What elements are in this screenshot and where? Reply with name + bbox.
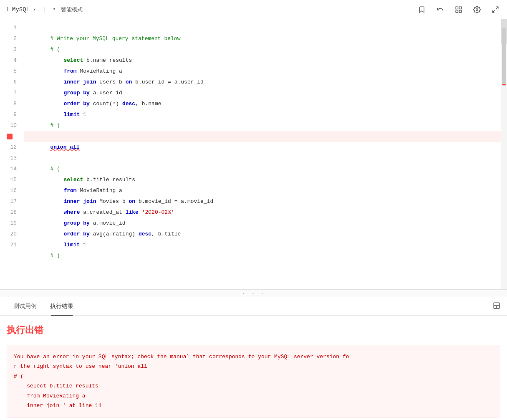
line-num-20: 20 [0, 229, 17, 240]
code-line-13: # ( [24, 153, 501, 164]
line-num-13: 13 [0, 153, 17, 164]
tab-results[interactable]: 执行结果 [43, 297, 80, 316]
tabs-bar: 测试用例 执行结果 [0, 297, 507, 316]
top-bar-left: ℹ MySQL ▾ | • 智能模式 [7, 6, 83, 13]
svg-rect-0 [456, 7, 458, 9]
line-num-6: 6 [0, 77, 17, 88]
svg-rect-3 [459, 10, 462, 12]
top-bar-right [417, 5, 500, 15]
error-title: 执行出错 [0, 316, 507, 341]
line-num-19: 19 [0, 218, 17, 229]
line-num-8: 8 [0, 99, 17, 109]
code-line-12 [24, 142, 501, 153]
code-line-18: group by a.movie_id [24, 207, 501, 218]
code-line-10 [24, 120, 501, 131]
svg-point-4 [476, 8, 478, 10]
code-line-15: from MovieRating a [24, 175, 501, 185]
code-line-1: # Write your MySQL query statement below [24, 23, 501, 33]
code-line-6: group by a.user_id [24, 77, 501, 88]
line-num-17: 17 [0, 196, 17, 207]
error-box: You have an error in your SQL syntax; ch… [7, 345, 500, 417]
resize-handle[interactable]: · · · [0, 290, 507, 297]
error-line-6: inner join ' at line 11 [14, 401, 493, 410]
settings-icon[interactable] [472, 5, 482, 15]
line-num-2: 2 [0, 33, 17, 44]
svg-line-6 [492, 10, 494, 12]
code-line-9: # ) [24, 109, 501, 120]
error-line-3: # ( [14, 372, 493, 381]
line-num-10: 10 [0, 120, 17, 131]
code-line-8: limit 1 [24, 99, 501, 109]
mode-label: 智能模式 [61, 6, 83, 13]
editor-content: 1 2 3 4 5 6 7 8 9 10 12 13 14 15 16 17 1… [0, 19, 507, 289]
top-bar: ℹ MySQL ▾ | • 智能模式 [0, 0, 507, 19]
line-num-3: 3 [0, 44, 17, 55]
status-bar: 行 5，列 48 [0, 289, 507, 290]
bottom-panel: 测试用例 执行结果 执行出错 You have an error in your… [0, 297, 507, 420]
error-line-4: select b.title results [14, 381, 493, 391]
svg-rect-2 [456, 10, 458, 12]
dropdown-icon[interactable]: ▾ [33, 7, 36, 12]
db-label[interactable]: MySQL [12, 6, 30, 13]
line-num-14: 14 [0, 164, 17, 175]
line-num-7: 7 [0, 88, 17, 99]
code-line-5: inner join Users b on b.user_id = a.user… [24, 66, 501, 77]
line-num-15: 15 [0, 175, 17, 185]
undo-icon[interactable] [435, 5, 445, 15]
code-line-4: from MovieRating a [24, 55, 501, 66]
error-line-2: r the right syntax to use near 'union al… [14, 362, 493, 371]
line-num-18: 18 [0, 207, 17, 218]
expand-icon[interactable] [490, 5, 500, 15]
error-line-5: from MovieRating a [14, 391, 493, 401]
line-num-12: 12 [0, 142, 17, 153]
editor-area[interactable]: 1 2 3 4 5 6 7 8 9 10 12 13 14 15 16 17 1… [0, 19, 507, 290]
line-num-11 [0, 131, 17, 142]
scrollbar-error-mark [502, 84, 506, 85]
info-icon: ℹ [7, 6, 9, 13]
code-line-7: order by count(*) desc, b.name [24, 88, 501, 99]
line-num-5: 5 [0, 66, 17, 77]
code-line-21: # ) [24, 240, 501, 250]
error-line-1: You have an error in your SQL syntax; ch… [14, 352, 493, 362]
error-square-icon [7, 134, 13, 139]
code-line-20: limit 1 [24, 229, 501, 240]
bookmark-icon[interactable] [417, 5, 427, 15]
code-line-17: where a.created_at like '2020-02%' [24, 196, 501, 207]
shortcut-icon[interactable] [454, 5, 464, 15]
line-num-1: 1 [0, 23, 17, 33]
code-editor[interactable]: # Write your MySQL query statement below… [21, 19, 501, 289]
resize-dots: · · · [241, 290, 265, 297]
svg-line-5 [496, 7, 498, 9]
line-num-21: 21 [0, 240, 17, 250]
svg-rect-1 [459, 7, 462, 9]
line-num-9: 9 [0, 109, 17, 120]
line-num-4: 4 [0, 55, 17, 66]
line-numbers: 1 2 3 4 5 6 7 8 9 10 12 13 14 15 16 17 1… [0, 19, 21, 289]
layout-icon[interactable] [493, 302, 500, 311]
scrollbar-track[interactable] [501, 19, 507, 289]
tab-test-cases[interactable]: 测试用例 [7, 297, 43, 316]
scrollbar-thumb[interactable] [502, 28, 506, 86]
code-line-3: select b.name results [24, 44, 501, 55]
code-line-19: order by avg(a.rating) desc, b.title [24, 218, 501, 229]
code-line-16: inner join Movies b on b.movie_id = a.mo… [24, 185, 501, 196]
code-line-2: # ( [24, 33, 501, 44]
line-num-16: 16 [0, 185, 17, 196]
code-line-11: union all [24, 131, 501, 142]
code-line-14: select b.title results [24, 164, 501, 175]
